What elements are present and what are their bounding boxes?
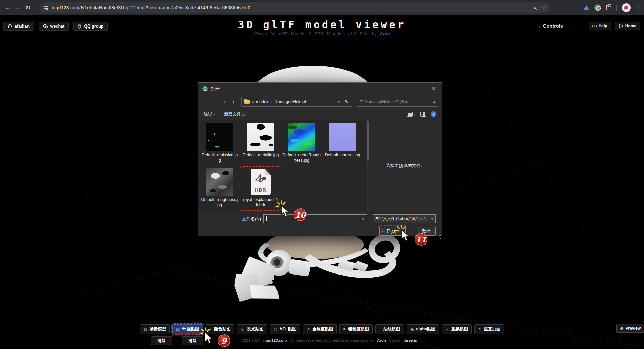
displacement-map-label: 置换贴图 (451, 326, 468, 332)
browser-reload-icon[interactable]: ↻ (23, 3, 33, 13)
footer-author-link[interactable]: Aron (377, 338, 386, 342)
preview-button[interactable]: ◉ Preview (616, 324, 644, 333)
view-mode-button[interactable]: ▾ (407, 112, 416, 117)
emissive-map-button[interactable]: ☉ 发光贴图 (237, 324, 267, 334)
filetype-select[interactable]: 自定义文件 (*.xbm;*.tif;*.jfif;*.j ∨ (373, 214, 436, 223)
browser-forward-icon[interactable]: → (13, 3, 23, 13)
dialog-close-icon[interactable]: × (429, 85, 438, 92)
search-box[interactable] (357, 97, 438, 107)
file-item-default-metalroughness[interactable]: Default_metalRoughness.jpg (281, 123, 322, 163)
file-item-default-normal[interactable]: Default_normal.jpg (322, 123, 363, 163)
clear-scene-button[interactable]: 清除 (151, 336, 172, 345)
environment-map-icon: ▧ (176, 327, 180, 332)
roughness-map-icon: ≡ (343, 327, 345, 332)
emissive-map-label: 发光贴图 (247, 326, 264, 332)
browser-back-icon[interactable]: ← (3, 3, 13, 13)
nav-up-icon[interactable]: ↑ (229, 99, 238, 105)
nav-forward-icon[interactable]: → (212, 99, 220, 105)
search-icon[interactable] (433, 100, 435, 103)
text-caret (266, 216, 267, 221)
file-item-royal-esplanade-hdr[interactable]: HDR royal_esplanade_1k.hdr (240, 168, 281, 208)
page-header: 3D glTF model viewer Viewer for glTF Mod… (171, 19, 473, 36)
organize-menu[interactable]: 组织 ▾ (204, 111, 216, 117)
filename-input[interactable]: ∨ (263, 214, 367, 223)
site-settings-icon[interactable] (44, 6, 48, 10)
extensions-puzzle-icon[interactable] (606, 5, 611, 10)
browser-menu-icon[interactable]: ⋮ (636, 4, 641, 11)
displacement-map-icon: ⇄ (445, 327, 449, 332)
metalness-map-button[interactable]: ↗ 金属度贴图 (303, 324, 337, 334)
footer-engine-link[interactable]: three.js (403, 338, 417, 342)
resize-grip[interactable] (438, 233, 441, 236)
qq-group-link[interactable]: QQ group (73, 22, 108, 31)
file-item-default-metallic[interactable]: Default_metallic.jpg (240, 123, 281, 163)
nav-back-icon[interactable]: ← (202, 99, 210, 105)
file-item-default-roughness[interactable]: Default_roughness.jpg (200, 168, 240, 208)
ao-map-button[interactable]: ◎ AO_贴图 (270, 324, 300, 334)
displacement-map-button[interactable]: ⇄ 置换贴图 (442, 324, 472, 334)
normal-map-button[interactable]: ↑ 法线贴图 (375, 324, 404, 334)
wechat-link[interactable]: wechat (39, 22, 69, 31)
alpha-map-button[interactable]: ◉ alpha贴图 (407, 324, 439, 334)
profile-avatar[interactable] (622, 3, 631, 12)
breadcrumb-item-damagedhelmet[interactable]: DamagedHelmet (275, 99, 306, 104)
dialog-titlebar[interactable]: 打开 × (198, 83, 442, 95)
scene-model-icon: ◍ (144, 327, 147, 332)
breadcrumb-dropdown-icon[interactable]: ∨ (338, 100, 340, 104)
breadcrumb[interactable]: « models › DamagedHelmet ∨ ↻ (241, 97, 352, 107)
address-bar[interactable]: mgd123.com/N1ebulaNoodl8e/3D-glTF.html?t… (40, 2, 551, 13)
breadcrumb-separator-icon: › (271, 100, 273, 104)
roughness-map-label: 粗糙度贴图 (348, 326, 369, 332)
drive-extension-icon[interactable] (583, 5, 589, 10)
annotation-step-10: 10 (294, 208, 307, 221)
new-folder-button[interactable]: 新建文件夹 (224, 111, 246, 117)
afadian-link[interactable]: afadian (3, 22, 34, 31)
hdr-file-icon: HDR (251, 169, 271, 195)
url-text[interactable]: mgd123.com/N1ebulaNoodl8e/3D-glTF.html?t… (52, 5, 530, 10)
alpha-map-label: alpha贴图 (416, 326, 435, 332)
breadcrumb-item-models[interactable]: models (256, 99, 269, 104)
file-item-default-emissive[interactable]: Default_emissive.jpg (200, 123, 240, 163)
footer-site-link[interactable]: mgd123.com (263, 338, 287, 342)
scrollbar-thumb[interactable] (367, 121, 369, 161)
controls-chevron-icon[interactable]: › (539, 23, 540, 29)
controls-panel-label[interactable]: Controls (543, 23, 563, 29)
filetype-dropdown-icon: ∨ (431, 217, 433, 221)
helmet-neck-piece (288, 259, 311, 277)
help-button[interactable]: ? Help (589, 22, 611, 30)
file-list-scrollbar[interactable] (366, 120, 369, 211)
search-input[interactable] (360, 99, 432, 104)
subtitle-author-link[interactable]: Aron (380, 32, 390, 36)
page-subtitle: Viewer for glTF Models & PBR Materials v… (171, 32, 473, 36)
viewer-page: afadian wechat QQ group 3D glTF model vi… (0, 15, 644, 349)
qq-group-label: QQ group (84, 24, 103, 29)
page-title: 3D glTF model viewer (171, 19, 473, 31)
alpha-map-icon: ◉ (410, 327, 414, 332)
refresh-icon[interactable]: ↻ (345, 99, 349, 104)
chrome-extension-icon[interactable] (594, 4, 601, 11)
file-thumbnail-metalroughness (288, 123, 315, 151)
dialog-title: 打开 (211, 86, 429, 92)
home-button[interactable]: Home (615, 22, 640, 30)
nav-history-icon[interactable]: ∨ (222, 100, 228, 104)
zoom-out-icon[interactable] (533, 6, 536, 9)
environment-map-button[interactable]: ▧ 环境贴图 (172, 324, 203, 334)
filetype-value: 自定义文件 (*.xbm;*.tif;*.jfif;*.j (375, 216, 430, 222)
home-exit-icon (619, 24, 623, 28)
breadcrumb-overflow-icon[interactable]: « (252, 99, 254, 104)
reset-page-button[interactable]: ↻ 重置页面 (474, 324, 504, 334)
wechat-label: wechat (50, 24, 64, 29)
filename-dropdown-icon[interactable]: ∨ (362, 217, 364, 221)
roughness-map-button[interactable]: ≡ 粗糙度贴图 (339, 324, 373, 334)
bookmark-star-icon[interactable]: ☆ (542, 4, 547, 11)
scene-model-button[interactable]: ◍ 场景模型 (140, 324, 170, 334)
ao-map-label: AO_贴图 (279, 326, 297, 332)
file-name: Default_normal.jpg (323, 152, 362, 158)
dialog-help-icon[interactable]: ? (431, 111, 436, 117)
file-name: Default_emissive.jpg (201, 152, 239, 163)
preview-label: Preview (626, 326, 641, 331)
emissive-map-icon: ☉ (241, 327, 245, 332)
browser-toolbar: ← → ↻ mgd123.com/N1ebulaNoodl8e/3D-glTF.… (0, 0, 644, 15)
dialog-toolbar: 组织 ▾ 新建文件夹 ▾ ? (198, 109, 442, 120)
preview-pane-toggle-icon[interactable] (420, 112, 426, 117)
